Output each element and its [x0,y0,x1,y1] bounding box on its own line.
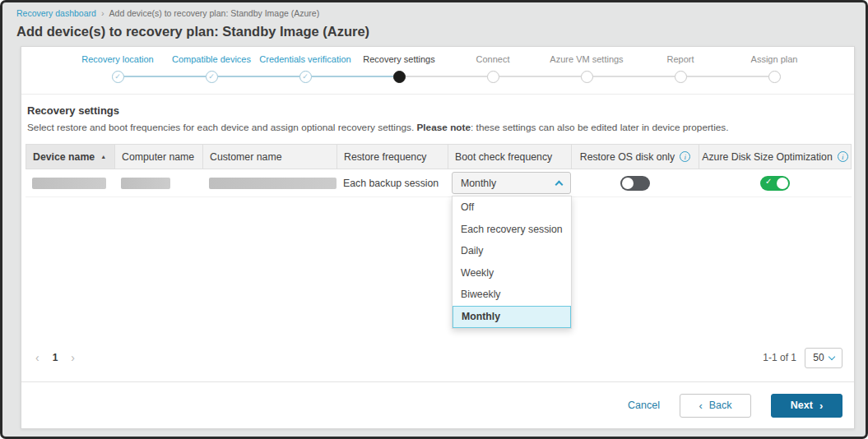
restore-os-disk-only-toggle[interactable] [620,176,650,191]
step-todo-circle-icon [581,71,593,83]
wizard-footer: Cancel ‹ Back Next › [21,381,854,428]
app-window: Recovery dashboard › Add device(s) to re… [0,0,868,439]
azure-disk-size-optimization-toggle[interactable]: ✓ [760,176,790,191]
redacted-computer-name [121,178,170,189]
next-button[interactable]: Next › [771,394,842,418]
step-azure-vm-settings: Azure VM settings [540,54,634,94]
step-todo-circle-icon [487,71,499,83]
step-done-check-icon: ✓ [206,71,218,83]
step-compatible-devices[interactable]: Compatible devices ✓ [165,54,258,94]
page-title: Add device(s) to recovery plan: Standby … [16,24,852,39]
column-header-restore-os-disk-only[interactable]: Restore OS disk only i [572,145,699,169]
cell-device-name [26,169,114,196]
dropdown-option-biweekly[interactable]: Biweekly [453,284,571,306]
step-content: Recovery settings Select restore and boo… [21,95,854,370]
redacted-customer-name [209,178,337,189]
prev-page-button[interactable]: ‹ [35,351,39,364]
wizard-stepper: Recovery location ✓ Compatible devices ✓… [21,47,854,95]
dropdown-option-off[interactable]: Off [453,196,571,219]
step-recovery-settings[interactable]: Recovery settings [352,54,446,94]
chevron-left-icon: ‹ [699,400,702,412]
pagination-bar: ‹ 1 › 1-1 of 1 50 [26,345,850,370]
page-size-select[interactable]: 50 [805,348,842,368]
step-assign-plan: Assign plan [727,54,821,94]
cell-restore-os-disk-only [571,169,699,196]
step-done-check-icon: ✓ [299,71,312,83]
info-icon[interactable]: i [838,151,848,162]
breadcrumb-separator-icon: › [101,8,104,18]
dropdown-option-daily[interactable]: Daily [453,240,571,262]
info-icon[interactable]: i [680,151,690,162]
pagination-info: 1-1 of 1 50 [763,348,842,368]
step-report: Report [634,54,727,94]
dropdown-option-monthly[interactable]: Monthly [453,306,571,328]
column-header-boot-check-frequency[interactable]: Boot check frequency [448,145,572,169]
step-todo-circle-icon [675,71,687,83]
pagination-range: 1-1 of 1 [763,352,796,363]
step-connect: Connect [446,54,540,94]
column-header-customer-name[interactable]: Customer name [203,145,337,169]
cell-boot-check-frequency: Monthly Off Each recovery session Daily … [448,169,571,196]
next-page-button[interactable]: › [71,351,75,364]
pagination-pages: ‹ 1 › [35,351,75,364]
step-current-dot-icon [393,71,406,83]
step-recovery-location[interactable]: Recovery location ✓ [71,54,165,94]
cell-restore-frequency: Each backup session [337,169,448,196]
toggle-knob [622,178,634,189]
step-credentials-verification[interactable]: Credentials verification ✓ [258,54,352,94]
cancel-button[interactable]: Cancel [628,400,660,411]
top-bar: Recovery dashboard › Add device(s) to re… [2,2,866,39]
breadcrumb-link-recovery-dashboard[interactable]: Recovery dashboard [16,8,96,18]
table-header-row: Device name ▲ Computer name Customer nam… [26,144,852,169]
wizard-card: Recovery location ✓ Compatible devices ✓… [21,46,855,429]
chevron-down-icon [828,353,834,359]
back-button[interactable]: ‹ Back [680,394,751,418]
dropdown-option-weekly[interactable]: Weekly [453,262,571,284]
cell-computer-name [114,169,202,196]
chevron-right-icon: › [819,400,823,412]
section-heading: Recovery settings [27,104,850,117]
step-todo-circle-icon [768,71,781,83]
boot-check-frequency-dropdown-menu: Off Each recovery session Daily Weekly B… [452,196,572,329]
column-header-computer-name[interactable]: Computer name [115,145,203,169]
column-header-azure-disk-size-optimization[interactable]: Azure Disk Size Optimization i [699,145,851,169]
step-done-check-icon: ✓ [112,71,124,83]
chevron-up-icon [555,180,564,188]
devices-table: Device name ▲ Computer name Customer nam… [26,144,852,345]
redacted-device-name [32,178,106,189]
sort-asc-icon: ▲ [100,154,106,159]
boot-check-frequency-select[interactable]: Monthly [452,172,571,194]
dropdown-option-each-recovery-session[interactable]: Each recovery session [453,219,571,241]
section-description: Select restore and boot frequencies for … [27,122,850,133]
table-row: Each backup session Monthly Off Each rec… [26,169,852,197]
table-empty-area [26,197,852,345]
toggle-knob [777,178,788,189]
breadcrumb-current: Add device(s) to recovery plan: Standby … [109,8,320,18]
column-header-device-name[interactable]: Device name ▲ [26,145,115,169]
column-header-restore-frequency[interactable]: Restore frequency [337,145,448,169]
cell-customer-name [202,169,337,196]
cell-azure-disk-size-optimization: ✓ [699,169,852,196]
breadcrumb: Recovery dashboard › Add device(s) to re… [16,8,852,18]
current-page-button[interactable]: 1 [53,352,58,363]
toggle-check-icon: ✓ [765,177,772,186]
